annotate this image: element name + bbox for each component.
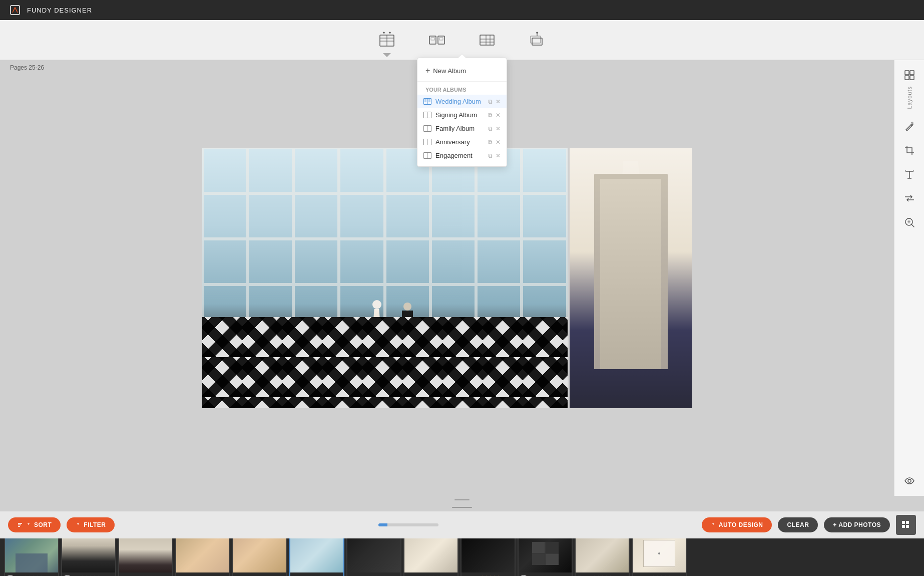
clear-label: CLEAR — [787, 521, 809, 528]
photo-strip: 📖 ★ ★ ★ ★ ★ ♥ 📖 ★ ★ ★ — [0, 538, 924, 576]
window-pane — [293, 193, 339, 239]
thumb-image-12 — [633, 538, 686, 572]
app-title: FUNDY DESIGNER — [27, 7, 92, 14]
close-icon-engagement[interactable]: ✕ — [496, 152, 501, 159]
plus-icon: + — [425, 66, 430, 75]
album-item-left: Wedding Album — [423, 98, 481, 105]
toolbar-table-btn[interactable] — [472, 27, 502, 53]
thumb-bottom-5: ★ ★ ★ ★ ★ ♥ — [233, 572, 286, 576]
window-pane — [385, 239, 430, 284]
filter-button[interactable]: FILTER — [67, 517, 115, 532]
window-pane — [430, 193, 476, 239]
clear-button[interactable]: CLEAR — [778, 517, 818, 532]
album-actions-anniversary: ⧉ ✕ — [488, 139, 501, 146]
album-item-anniversary[interactable]: Anniversary ⧉ ✕ — [417, 135, 507, 149]
window-pane — [522, 239, 567, 284]
photo-thumb-9[interactable]: ★ ★ ★ ★ ★ ♥ — [460, 538, 516, 576]
photo-thumb-10[interactable]: 📖 ★ ★ ★ ★ ★ ♥ — [518, 538, 573, 576]
photo-thumb-3[interactable]: ★ ★ ★ ★ ★ ♥ — [118, 538, 173, 576]
photo-thumb-6[interactable]: ★ ★ ★ ★ ★ ♥ — [289, 538, 344, 576]
new-album-btn[interactable]: + New Album — [417, 62, 507, 79]
header: FUNDY DESIGNER — [0, 0, 924, 20]
window-pane — [248, 239, 293, 284]
grid-view-button[interactable] — [896, 515, 916, 535]
album-name-engagement: Engagement — [435, 152, 473, 159]
album-actions-wedding: ⧉ ✕ — [488, 98, 501, 105]
layouts-tool[interactable] — [898, 64, 920, 86]
page-left[interactable] — [202, 148, 568, 408]
drag-handle-area[interactable] — [0, 496, 924, 504]
filter-arrow-icon — [76, 522, 81, 527]
thumb-bottom-3: ★ ★ ★ ★ ★ ♥ — [119, 572, 172, 576]
thumb-bottom-11: ⊟ ★ ★ ★ ★ ★ ♥ — [576, 572, 629, 576]
bottom-panel: SORT FILTER AUTO DESIGN — [0, 496, 924, 576]
close-icon-signing[interactable]: ✕ — [496, 112, 501, 119]
filter-label: FILTER — [84, 521, 106, 528]
copy-icon-signing[interactable]: ⧉ — [488, 112, 493, 119]
album-item-signing[interactable]: Signing Album ⧉ ✕ — [417, 108, 507, 122]
page-label: Pages 25-26 — [10, 64, 44, 71]
close-icon-family[interactable]: ✕ — [496, 125, 501, 132]
photo-thumb-11[interactable]: ⊟ ★ ★ ★ ★ ★ ♥ — [575, 538, 630, 576]
layouts-label: Layouts — [906, 86, 912, 109]
copy-icon-anniversary[interactable]: ⧉ — [488, 139, 493, 146]
svg-rect-23 — [906, 525, 909, 528]
toolbar-album-btn[interactable] — [372, 27, 402, 53]
window-pane — [476, 239, 522, 284]
close-icon-wedding[interactable]: ✕ — [496, 98, 501, 105]
copy-icon-engagement[interactable]: ⧉ — [488, 152, 493, 159]
thumb-bottom-12: ★ ★ ★ ★ ★ ♥ — [633, 572, 686, 576]
thumb-bottom-8: ★ ★ ★ ★ ★ ♥ — [404, 572, 457, 576]
copy-icon-wedding[interactable]: ⧉ — [488, 98, 493, 105]
album-item-engagement[interactable]: Engagement ⧉ ✕ — [417, 149, 507, 162]
compare-icon — [428, 31, 446, 49]
auto-design-button[interactable]: AUTO DESIGN — [702, 517, 772, 532]
progress-bar — [378, 523, 387, 526]
photo-thumb-5[interactable]: ★ ★ ★ ★ ★ ♥ — [232, 538, 287, 576]
album-name-signing: Signing Album — [435, 111, 477, 119]
wand-tool[interactable] — [898, 115, 920, 137]
album-item-family[interactable]: Family Album ⧉ ✕ — [417, 122, 507, 135]
toolbar-compare-btn[interactable] — [422, 27, 452, 53]
sort-arrow-icon — [26, 522, 31, 527]
window-pane — [339, 239, 384, 284]
preview-tool[interactable] — [898, 470, 920, 492]
photo-thumb-7[interactable]: ★ ★ ★ ★ ★ ♥ — [346, 538, 401, 576]
sort-button[interactable]: SORT — [8, 517, 61, 532]
thumb-bottom-10: 📖 ★ ★ ★ ★ ★ ♥ — [519, 572, 572, 576]
page-right[interactable] — [570, 148, 692, 408]
drag-lines — [0, 507, 924, 508]
album-actions-signing: ⧉ ✕ — [488, 112, 501, 119]
window-pane — [339, 148, 384, 193]
window-pane — [248, 193, 293, 239]
thumb-bottom-6: ★ ★ ★ ★ ★ ♥ — [290, 572, 343, 576]
window-pane — [202, 239, 248, 284]
window-pane — [522, 193, 567, 239]
window-pane — [339, 193, 384, 239]
crop-tool[interactable] — [898, 139, 920, 161]
wedding-photo — [202, 148, 568, 408]
album-name-family: Family Album — [435, 125, 475, 132]
photo-thumb-1[interactable]: 📖 ★ ★ ★ ★ ★ ♥ — [4, 538, 59, 576]
svg-rect-22 — [902, 525, 905, 528]
photo-thumb-4[interactable]: ★ ★ ★ ★ ★ ♥ — [175, 538, 230, 576]
text-tool[interactable] — [898, 163, 920, 185]
auto-design-arrow-icon — [711, 522, 716, 527]
window-pane — [248, 148, 293, 193]
photo-thumb-2[interactable]: 📖 ★ ★ ★ ★ ★ ♥ — [61, 538, 116, 576]
stack-icon — [528, 31, 546, 49]
add-photos-button[interactable]: + ADD PHOTOS — [824, 517, 890, 532]
swap-tool[interactable] — [898, 187, 920, 209]
album-actions-engagement: ⧉ ✕ — [488, 152, 501, 159]
photo-thumb-12[interactable]: ★ ★ ★ ★ ★ ♥ — [632, 538, 687, 576]
close-icon-anniversary[interactable]: ✕ — [496, 139, 501, 146]
copy-icon-family[interactable]: ⧉ — [488, 125, 493, 132]
window-pane — [385, 193, 430, 239]
photo-thumb-8[interactable]: ★ ★ ★ ★ ★ ♥ — [403, 538, 458, 576]
toolbar-stack-btn[interactable] — [522, 27, 552, 53]
window-pane — [430, 239, 476, 284]
svg-rect-17 — [910, 76, 914, 80]
album-item-wedding[interactable]: Wedding Album ⧉ ✕ — [417, 95, 507, 108]
zoom-tool[interactable] — [898, 211, 920, 233]
dress-photo — [570, 148, 692, 408]
